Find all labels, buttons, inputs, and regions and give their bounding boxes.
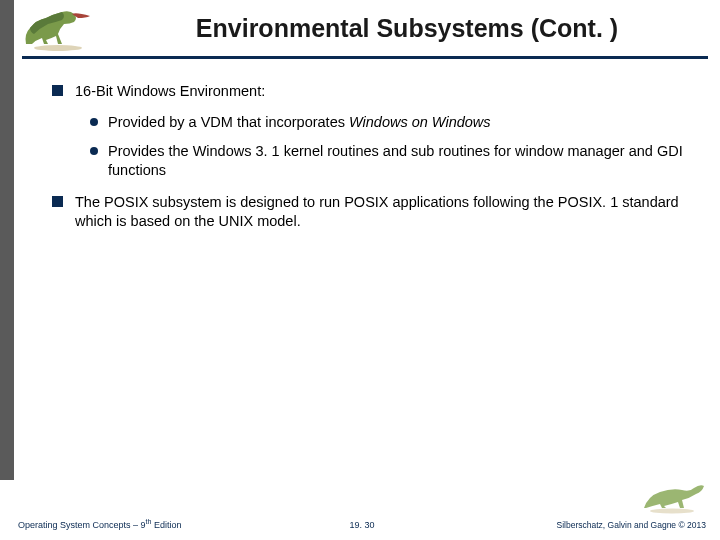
footer-text: Operating System Concepts – 9 — [18, 520, 146, 530]
bullet-text: The POSIX subsystem is designed to run P… — [75, 193, 690, 231]
left-sidebar — [0, 0, 14, 480]
dinosaur-logo-top — [18, 6, 98, 52]
sub-bullet-item: Provides the Windows 3. 1 kernel routine… — [90, 142, 690, 180]
bullet-text: 16-Bit Windows Environment: — [75, 82, 265, 101]
svg-point-0 — [34, 45, 82, 51]
slide-footer: Operating System Concepts – 9th Edition … — [18, 510, 706, 530]
italic-text: Windows on Windows — [349, 114, 491, 130]
slide-title: Environmental Subsystems (Cont. ) — [110, 14, 704, 43]
bullet-item: The POSIX subsystem is designed to run P… — [52, 193, 690, 231]
square-bullet-icon — [52, 85, 63, 96]
round-bullet-icon — [90, 118, 98, 126]
round-bullet-icon — [90, 147, 98, 155]
text-fragment: Provides the Windows 3. 1 kernel routine… — [108, 143, 683, 178]
square-bullet-icon — [52, 196, 63, 207]
sub-bullet-list: Provided by a VDM that incorporates Wind… — [90, 113, 690, 180]
sub-bullet-text: Provides the Windows 3. 1 kernel routine… — [108, 142, 690, 180]
title-underline — [22, 56, 708, 59]
footer-left: Operating System Concepts – 9th Edition — [18, 518, 181, 530]
slide-content: 16-Bit Windows Environment: Provided by … — [52, 82, 690, 243]
footer-text: Edition — [151, 520, 181, 530]
footer-center: 19. 30 — [349, 520, 374, 530]
dinosaur-logo-bottom — [638, 478, 708, 514]
sub-bullet-item: Provided by a VDM that incorporates Wind… — [90, 113, 690, 132]
text-fragment: Provided by a VDM that incorporates — [108, 114, 349, 130]
bullet-item: 16-Bit Windows Environment: — [52, 82, 690, 101]
sub-bullet-text: Provided by a VDM that incorporates Wind… — [108, 113, 491, 132]
footer-right: Silberschatz, Galvin and Gagne © 2013 — [557, 520, 706, 530]
